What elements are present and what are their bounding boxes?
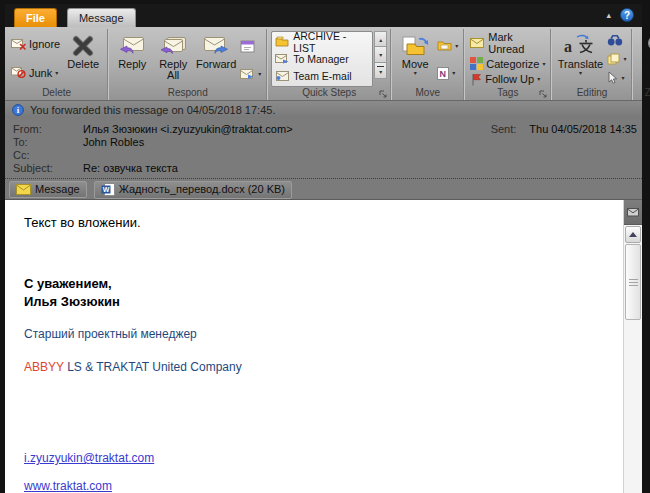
svg-text:W: W	[102, 186, 109, 193]
ribbon-group-editing: a Translate ▾	[552, 29, 631, 100]
follow-up-button[interactable]: Follow Up ▾	[468, 72, 547, 87]
group-label-zoom: Zoom	[636, 87, 650, 100]
forward-icon	[203, 32, 229, 59]
minimize-ribbon-icon[interactable]: ▴	[606, 11, 611, 20]
reply-button[interactable]: Reply	[112, 30, 152, 87]
related-caret: ▾	[623, 56, 626, 62]
forward-button[interactable]: Forward	[194, 30, 238, 87]
move-icon	[401, 32, 429, 59]
from-row: From: Илья Зюзюкин <i.zyuzyukin@traktat.…	[5, 123, 642, 136]
find-button[interactable]	[605, 32, 628, 47]
ribbon-group-quicksteps: ARCHIVE - LIST To Manager Team E-mail ▴	[268, 29, 390, 100]
select-button[interactable]: ▾	[605, 70, 628, 85]
zoom-button[interactable]: Zoom	[636, 30, 650, 87]
subject-value: Re: озвучка текста	[83, 162, 178, 175]
archive-folder-icon	[275, 36, 289, 47]
related-icon	[607, 53, 620, 65]
delete-icon	[71, 32, 95, 59]
delete-button[interactable]: Delete	[62, 30, 104, 87]
ribbon: Ignore Junk ▾ Delete	[5, 27, 642, 101]
tab-message[interactable]: Message	[67, 8, 136, 27]
zoom-magnifier-icon	[646, 32, 650, 59]
follow-up-caret: ▾	[537, 76, 540, 82]
gallery-scroll-buttons: ▴ ▾ ▾	[374, 31, 387, 87]
signature-company-line: ABBYY LS & TRAKTAT United Company	[24, 359, 613, 376]
message-body: Текст во вложении. С уважением, Илья Зюз…	[5, 199, 642, 493]
reply-all-button[interactable]: Reply All	[152, 30, 194, 87]
tags-dialog-launcher-icon[interactable]	[539, 90, 547, 98]
info-icon: i	[12, 104, 24, 116]
tab-file[interactable]: File	[14, 8, 57, 27]
signature-closing: С уважением,	[24, 275, 613, 292]
rules-button[interactable]: ▾	[435, 38, 460, 53]
mark-unread-icon	[470, 38, 485, 48]
from-value: Илья Зюзюкин <i.zyuzyukin@traktat.com>	[83, 123, 293, 136]
reply-all-icon	[159, 32, 187, 59]
follow-up-flag-icon	[470, 73, 482, 86]
junk-dropdown-caret: ▾	[55, 70, 58, 76]
signature-job-title: Старший проектный менеджер	[24, 326, 613, 343]
from-label: From:	[5, 123, 83, 136]
signature-name: Илья Зюзюкин	[24, 293, 613, 310]
ribbon-group-respond: Reply Reply All Forward	[109, 29, 266, 100]
ribbon-group-zoom: Zoom Zoom	[633, 29, 650, 100]
sent-label: Sent:	[491, 123, 517, 136]
forward-info-bar: i You forwarded this message on 04/05/20…	[5, 101, 642, 118]
translate-button[interactable]: a Translate ▾	[555, 30, 605, 87]
gallery-more-button[interactable]: ▾	[374, 63, 387, 79]
svg-text:a: a	[564, 38, 572, 55]
attachment-file-tab[interactable]: W Жадность_перевод.docx (20 KB)	[94, 181, 292, 199]
mark-unread-button[interactable]: Mark Unread	[468, 30, 547, 56]
signature-website-link[interactable]: www.traktat.com	[24, 479, 112, 493]
junk-icon	[11, 67, 26, 78]
ignore-button[interactable]: Ignore	[9, 37, 62, 52]
quickstep-team-email[interactable]: Team E-mail	[275, 69, 369, 84]
quickstep-archive-list[interactable]: ARCHIVE - LIST	[275, 34, 369, 49]
categorize-icon	[470, 57, 483, 70]
forward-info-text: You forwarded this message on 04/05/2018…	[30, 104, 275, 116]
onenote-button[interactable]: N ▾	[435, 66, 460, 81]
gallery-scroll-down[interactable]: ▾	[374, 47, 387, 63]
select-cursor-icon	[607, 71, 618, 84]
help-icon[interactable]: ?	[620, 8, 634, 22]
to-row: To: John Robles	[5, 136, 642, 149]
meeting-button[interactable]	[238, 38, 263, 54]
categorize-button[interactable]: Categorize ▾	[468, 56, 547, 71]
related-button[interactable]: ▾	[605, 51, 628, 66]
rules-icon	[437, 40, 452, 51]
more-respond-icon	[240, 69, 255, 79]
cc-label: Cc:	[5, 149, 83, 162]
reply-icon	[119, 32, 145, 59]
to-manager-icon	[275, 54, 289, 64]
group-label-tags: Tags	[468, 87, 547, 100]
quickstep-to-manager[interactable]: To Manager	[275, 51, 369, 66]
message-body-text[interactable]: Текст во вложении. С уважением, Илья Зюз…	[5, 200, 623, 493]
message-view-tab[interactable]: Message	[9, 181, 87, 198]
scrollbar-up-arrow[interactable]	[625, 226, 641, 243]
subject-label: Subject:	[5, 162, 83, 175]
more-respond-button[interactable]: ▾	[238, 66, 263, 81]
quick-steps-gallery: ARCHIVE - LIST To Manager Team E-mail	[271, 31, 373, 87]
subject-row: Subject: Re: озвучка текста	[5, 162, 642, 175]
gallery-scroll-up[interactable]: ▴	[374, 31, 387, 47]
ribbon-tab-row: File Message ▴ ?	[5, 4, 642, 27]
rules-caret: ▾	[455, 43, 458, 49]
body-intro-line: Текст во вложении.	[24, 214, 613, 231]
attachment-bar: Message W Жадность_перевод.docx (20 KB)	[5, 178, 642, 199]
junk-button[interactable]: Junk ▾	[9, 65, 62, 80]
select-caret: ▾	[621, 75, 624, 81]
scrollbar-thumb[interactable]	[625, 244, 641, 320]
vertical-scrollbar	[623, 200, 642, 493]
svg-text:N: N	[440, 69, 447, 79]
scrollbar-top-button[interactable]	[624, 200, 642, 225]
quicksteps-dialog-launcher-icon[interactable]	[379, 90, 387, 98]
to-label: To:	[5, 136, 83, 149]
signature-email-link[interactable]: i.zyuzyukin@traktat.com	[24, 451, 154, 465]
move-button[interactable]: Move ▾	[395, 30, 435, 87]
sent-block: Sent: Thu 04/05/2018 14:35	[491, 123, 642, 136]
group-label-respond: Respond	[112, 87, 263, 100]
group-label-delete: Delete	[9, 87, 104, 100]
translate-caret: ▾	[579, 70, 582, 76]
to-value: John Robles	[83, 136, 144, 149]
attachment-file-name: Жадность_перевод.docx (20 KB)	[119, 183, 285, 195]
